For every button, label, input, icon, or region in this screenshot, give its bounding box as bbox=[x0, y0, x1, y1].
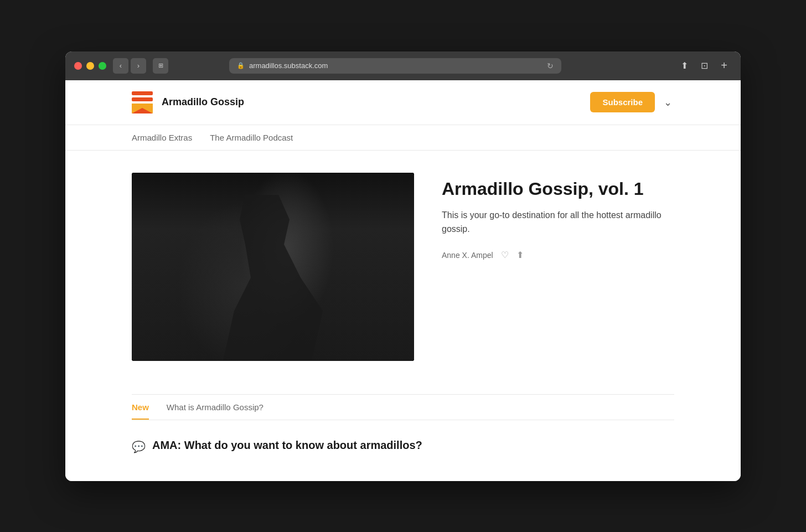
address-bar: 🔒 armadillos.substack.com ↻ bbox=[229, 58, 561, 74]
tab-new[interactable]: New bbox=[132, 395, 149, 420]
svg-rect-26 bbox=[132, 173, 414, 361]
brand-name: Armadillo Gossip bbox=[162, 96, 244, 108]
svg-rect-4 bbox=[132, 173, 414, 361]
browser-window: ‹ › ⊞ 🔒 armadillos.substack.com ↻ ⬆ ⊡ + bbox=[65, 51, 741, 481]
add-tab-button[interactable]: + bbox=[716, 58, 732, 74]
site-nav: Armadillo Extras The Armadillo Podcast bbox=[65, 125, 741, 151]
tab-divider bbox=[132, 420, 674, 420]
svg-rect-13 bbox=[260, 259, 262, 314]
subscribe-button[interactable]: Subscribe bbox=[590, 92, 655, 112]
nav-link-extras[interactable]: Armadillo Extras bbox=[132, 133, 192, 142]
svg-line-20 bbox=[295, 283, 306, 286]
tab-overview-button[interactable]: ⊡ bbox=[696, 58, 712, 74]
video-thumbnail bbox=[132, 173, 414, 361]
featured-image[interactable] bbox=[132, 173, 414, 361]
svg-point-24 bbox=[176, 228, 198, 283]
author-name: Anne X. Ampel bbox=[442, 251, 493, 260]
nav-buttons: ‹ › bbox=[113, 58, 146, 74]
svg-point-21 bbox=[245, 286, 301, 347]
share-icon[interactable]: ⬆ bbox=[516, 250, 524, 260]
like-icon[interactable]: ♡ bbox=[501, 250, 509, 260]
post-item[interactable]: 💬 AMA: What do you want to know about ar… bbox=[132, 433, 674, 459]
refresh-button[interactable]: ↻ bbox=[547, 61, 554, 70]
forward-button[interactable]: › bbox=[131, 58, 146, 74]
site-header: Armadillo Gossip Subscribe ⌄ bbox=[65, 80, 741, 125]
url-text: armadillos.substack.com bbox=[249, 61, 328, 70]
featured-meta: Anne X. Ampel ♡ ⬆ bbox=[442, 250, 674, 260]
svg-line-18 bbox=[297, 267, 308, 270]
logo-icon bbox=[132, 91, 153, 113]
svg-point-25 bbox=[179, 217, 195, 239]
sidebar-button[interactable]: ⊞ bbox=[153, 58, 168, 74]
browser-actions: ⬆ ⊡ + bbox=[676, 58, 732, 74]
lock-icon: 🔒 bbox=[237, 62, 245, 69]
svg-point-9 bbox=[373, 225, 400, 253]
tab-what-is[interactable]: What is Armadillo Gossip? bbox=[167, 395, 264, 420]
svg-line-16 bbox=[299, 250, 311, 253]
svg-point-6 bbox=[170, 206, 259, 339]
tabs-section: New What is Armadillo Gossip? 💬 AMA: Wha… bbox=[132, 394, 674, 459]
back-button[interactable]: ‹ bbox=[113, 58, 128, 74]
svg-point-11 bbox=[270, 195, 309, 239]
svg-line-15 bbox=[301, 242, 312, 245]
svg-rect-5 bbox=[132, 173, 414, 361]
video-svg bbox=[132, 173, 414, 361]
svg-rect-12 bbox=[259, 250, 320, 328]
traffic-lights bbox=[74, 62, 106, 70]
featured-info: Armadillo Gossip, vol. 1 This is your go… bbox=[442, 173, 674, 261]
header-actions: Subscribe ⌄ bbox=[590, 92, 674, 112]
post-title: AMA: What do you want to know about arma… bbox=[152, 439, 422, 452]
tabs-bar: New What is Armadillo Gossip? bbox=[132, 395, 674, 420]
svg-rect-0 bbox=[132, 91, 153, 95]
minimize-button[interactable] bbox=[86, 62, 94, 70]
svg-line-19 bbox=[296, 275, 307, 278]
svg-point-10 bbox=[256, 209, 317, 281]
svg-point-8 bbox=[364, 217, 409, 261]
svg-rect-23 bbox=[165, 206, 209, 317]
brand-logo bbox=[132, 91, 154, 113]
featured-description: This is your go-to destination for all t… bbox=[442, 208, 674, 236]
featured-post: Armadillo Gossip, vol. 1 This is your go… bbox=[132, 173, 674, 361]
svg-rect-14 bbox=[303, 225, 342, 335]
brand: Armadillo Gossip bbox=[132, 91, 244, 113]
main-content: Armadillo Gossip, vol. 1 This is your go… bbox=[65, 151, 741, 481]
featured-title: Armadillo Gossip, vol. 1 bbox=[442, 178, 674, 199]
share-button[interactable]: ⬆ bbox=[676, 58, 692, 74]
svg-point-7 bbox=[331, 184, 397, 272]
comment-icon: 💬 bbox=[132, 440, 146, 453]
close-button[interactable] bbox=[74, 62, 82, 70]
nav-link-podcast[interactable]: The Armadillo Podcast bbox=[210, 133, 293, 142]
maximize-button[interactable] bbox=[99, 62, 106, 70]
browser-chrome: ‹ › ⊞ 🔒 armadillos.substack.com ↻ ⬆ ⊡ + bbox=[65, 51, 741, 80]
page-content: Armadillo Gossip Subscribe ⌄ Armadillo E… bbox=[65, 80, 741, 481]
chevron-down-button[interactable]: ⌄ bbox=[662, 94, 674, 111]
svg-point-22 bbox=[251, 300, 284, 322]
svg-rect-1 bbox=[132, 97, 153, 101]
svg-line-17 bbox=[298, 259, 309, 261]
